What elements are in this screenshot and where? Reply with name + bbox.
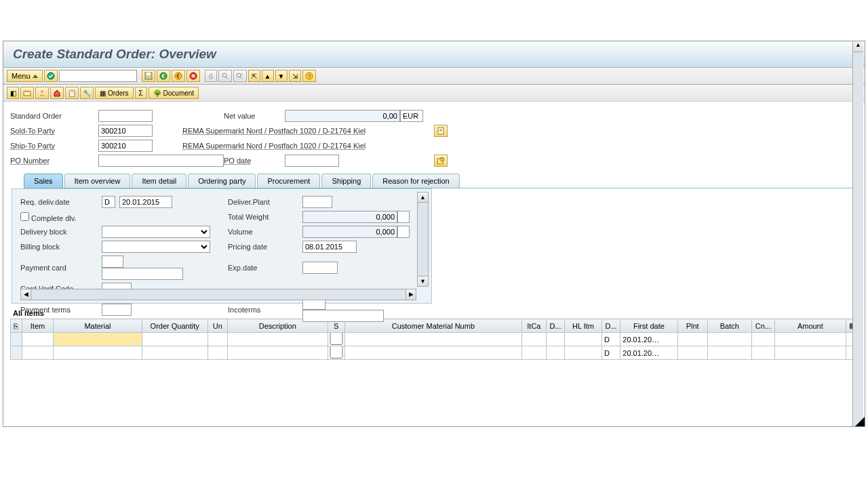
volume-unit-input[interactable] xyxy=(397,226,410,238)
std-order-input[interactable] xyxy=(98,110,153,122)
config-button[interactable]: 🔧 xyxy=(80,87,94,99)
cell-item[interactable] xyxy=(22,346,53,359)
first-page-button[interactable]: ⇱ xyxy=(248,70,260,82)
window-vscroll[interactable]: ▲ xyxy=(852,41,863,426)
last-page-button[interactable]: ⇲ xyxy=(289,70,301,82)
tab-procurement[interactable]: Procurement xyxy=(257,174,320,188)
pricing-date-input[interactable] xyxy=(302,241,357,253)
tab-shipping[interactable]: Shipping xyxy=(321,174,371,188)
enter-button[interactable] xyxy=(44,70,58,82)
cell-item[interactable] xyxy=(22,333,53,346)
header-button[interactable] xyxy=(20,87,34,99)
tab-reason-rejection[interactable]: Reason for rejection xyxy=(372,174,459,188)
col-first[interactable]: First date xyxy=(620,319,677,333)
cell-d1[interactable] xyxy=(547,346,564,359)
col-d1[interactable]: D... xyxy=(546,319,564,333)
display-button[interactable]: ◧ xyxy=(7,87,19,99)
card-number-input[interactable] xyxy=(102,268,183,280)
cell-cn[interactable] xyxy=(752,346,774,359)
back-button[interactable] xyxy=(157,70,170,82)
panel-hscroll[interactable]: ◀▶ xyxy=(20,289,416,300)
resize-handle-icon[interactable] xyxy=(855,417,865,426)
partner-detail-button[interactable] xyxy=(434,125,448,137)
panel-vscroll[interactable]: ▲▼ xyxy=(417,192,429,287)
col-cn[interactable]: Cn... xyxy=(752,319,775,333)
print-button[interactable]: ⎙ xyxy=(205,70,217,82)
complete-dlv-checkbox[interactable] xyxy=(20,212,29,221)
exp-date-input[interactable] xyxy=(302,262,338,274)
payment-terms-input[interactable] xyxy=(102,304,132,316)
item-button[interactable]: 📋 xyxy=(65,87,79,99)
cell-custmat[interactable] xyxy=(345,346,521,359)
find-next-button[interactable]: + xyxy=(233,70,247,82)
col-amount[interactable]: Amount xyxy=(774,319,846,333)
cell-amount[interactable] xyxy=(775,333,846,346)
cell-batch[interactable] xyxy=(708,333,751,346)
cell-desc[interactable] xyxy=(228,333,327,346)
document-button[interactable]: 🌳Document xyxy=(149,87,199,99)
cell-qty[interactable] xyxy=(142,333,208,346)
orders-button[interactable]: ▦Orders xyxy=(95,87,134,99)
ship-to-input[interactable] xyxy=(98,140,153,152)
cell-custmat[interactable] xyxy=(345,333,521,346)
col-d2[interactable]: D... xyxy=(601,319,620,333)
tab-sales[interactable]: Sales xyxy=(24,174,63,188)
cell-material[interactable] xyxy=(54,333,142,346)
prev-page-button[interactable]: ▲ xyxy=(262,70,274,82)
cell-qty[interactable] xyxy=(142,346,208,359)
sum-button[interactable]: Σ xyxy=(135,87,147,99)
row-selector[interactable] xyxy=(11,333,22,346)
find-button[interactable] xyxy=(218,70,232,82)
cell-un[interactable] xyxy=(208,346,227,359)
currency-input[interactable] xyxy=(400,110,423,122)
cell-itca[interactable] xyxy=(522,346,546,359)
cell-d2[interactable] xyxy=(602,346,620,359)
tab-item-overview[interactable]: Item overview xyxy=(64,174,131,188)
col-batch[interactable]: Batch xyxy=(707,319,751,333)
po-date-input[interactable] xyxy=(285,155,339,167)
cell-s[interactable] xyxy=(328,333,344,346)
cell-desc[interactable] xyxy=(228,346,327,359)
req-date-input[interactable] xyxy=(119,196,172,208)
po-number-label[interactable]: PO Number xyxy=(10,157,98,165)
cell-itca[interactable] xyxy=(522,333,546,346)
cell-first[interactable] xyxy=(620,333,677,346)
tab-ordering-party[interactable]: Ordering party xyxy=(188,174,256,188)
home-button[interactable] xyxy=(50,87,64,99)
cell-cn[interactable] xyxy=(752,333,774,346)
cell-hlitm[interactable] xyxy=(565,333,601,346)
col-plnt[interactable]: Plnt xyxy=(677,319,707,333)
ship-to-label[interactable]: Ship-To Party xyxy=(10,142,98,150)
cell-batch[interactable] xyxy=(708,346,751,359)
cell-d1[interactable] xyxy=(547,333,564,346)
card-type-input[interactable] xyxy=(102,256,123,268)
req-date-type-input[interactable] xyxy=(102,196,115,208)
po-search-button[interactable] xyxy=(434,155,448,167)
tab-item-detail[interactable]: Item detail xyxy=(132,174,186,188)
deliver-plant-input[interactable] xyxy=(302,196,332,208)
sold-to-label[interactable]: Sold-To Party xyxy=(10,127,98,135)
row-selector[interactable] xyxy=(11,346,22,360)
help-button[interactable]: ? xyxy=(302,70,316,82)
delivery-block-select[interactable] xyxy=(102,226,210,238)
sold-to-input[interactable] xyxy=(98,125,153,137)
weight-unit-input[interactable] xyxy=(397,211,410,223)
cell-plnt[interactable] xyxy=(678,346,707,359)
next-page-button[interactable]: ▼ xyxy=(275,70,288,82)
incoterms2-input[interactable] xyxy=(302,310,384,322)
cell-s[interactable] xyxy=(328,346,344,359)
cell-material[interactable] xyxy=(54,346,142,359)
save-button[interactable] xyxy=(142,70,155,82)
cancel-button[interactable] xyxy=(186,70,200,82)
cell-plnt[interactable] xyxy=(678,333,707,346)
command-input[interactable] xyxy=(59,70,137,82)
po-number-input[interactable] xyxy=(98,155,224,167)
cell-un[interactable] xyxy=(208,333,227,346)
exit-button[interactable] xyxy=(172,70,185,82)
col-hlitm[interactable]: HL Itm xyxy=(565,319,602,333)
cell-amount[interactable] xyxy=(775,346,846,359)
menu-button[interactable]: Menu xyxy=(7,70,43,82)
billing-block-select[interactable] xyxy=(102,241,210,253)
user-button[interactable] xyxy=(35,87,49,99)
po-date-label[interactable]: PO date xyxy=(224,157,285,165)
